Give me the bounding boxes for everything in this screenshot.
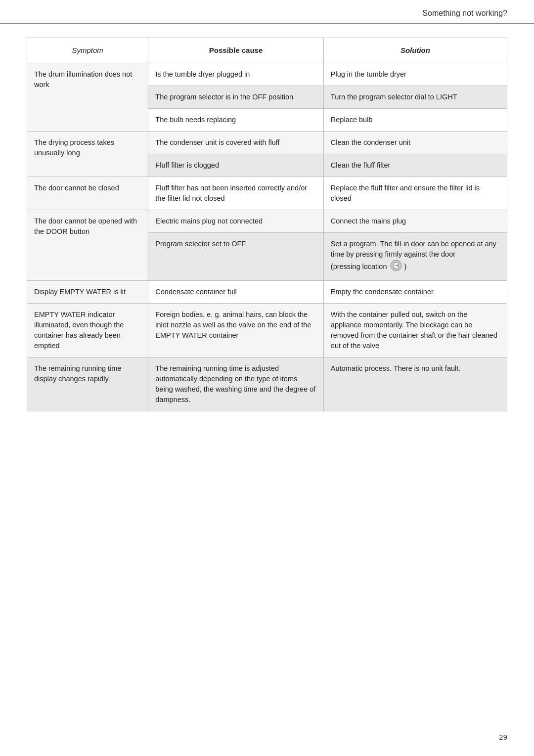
table-row: Display EMPTY WATER is lit Condensate co…: [27, 280, 507, 303]
cause-cell: Fluff filter has not been inserted corre…: [148, 177, 324, 210]
symptom-cell: The drying process takes unusually long: [27, 131, 148, 177]
cause-cell: Fluff filter is clogged: [148, 154, 324, 177]
cause-cell: The bulb needs replacing: [148, 108, 324, 131]
symptom-cell: Display EMPTY WATER is lit: [27, 280, 148, 303]
svg-point-1: [396, 265, 398, 267]
solution-cell: Replace bulb: [323, 108, 507, 131]
solution-cell: Replace the fluff filter and ensure the …: [323, 177, 507, 210]
solution-cell: Turn the program selector dial to LIGHT: [323, 86, 507, 108]
symptom-cell: The door cannot be opened with the DOOR …: [27, 210, 148, 280]
page-container: Symptom Possible cause Solution The drum…: [0, 33, 534, 431]
cause-cell: The remaining running time is adjusted a…: [148, 357, 324, 411]
symptom-cell: The remaining running time display chang…: [27, 357, 148, 411]
table-row: The door cannot be opened with the DOOR …: [27, 210, 507, 232]
door-icon: [390, 260, 402, 274]
symptom-cell: EMPTY WATER indicator illuminated, even …: [27, 303, 148, 357]
solution-cell: Empty the condensate container: [323, 280, 507, 303]
cause-cell: Condensate container full: [148, 280, 324, 303]
cause-cell: The program selector is in the OFF posit…: [148, 86, 324, 108]
solution-cell: Connect the mains plug: [323, 210, 507, 232]
page-number: 29: [499, 733, 507, 741]
table-header-row: Symptom Possible cause Solution: [27, 38, 507, 63]
col-symptom: Symptom: [27, 38, 148, 63]
table-row: The drying process takes unusually long …: [27, 131, 507, 154]
cause-cell: The condenser unit is covered with fluff: [148, 131, 324, 154]
cause-cell: Is the tumble dryer plugged in: [148, 63, 324, 86]
cause-cell: Foreign bodies, e. g. animal hairs, can …: [148, 303, 324, 357]
symptom-cell: The drum illumination does not work: [27, 63, 148, 131]
solution-cell: Set a program. The fill-in door can be o…: [323, 232, 507, 280]
solution-cell: With the container pulled out, switch on…: [323, 303, 507, 357]
solution-cell: Clean the condenser unit: [323, 131, 507, 154]
table-row: The drum illumination does not work Is t…: [27, 63, 507, 86]
troubleshooting-table: Symptom Possible cause Solution The drum…: [27, 38, 507, 411]
table-row: The door cannot be closed Fluff filter h…: [27, 177, 507, 210]
solution-cell: Plug in the tumble dryer: [323, 63, 507, 86]
door-location-icon: [390, 260, 402, 271]
table-row: EMPTY WATER indicator illuminated, even …: [27, 303, 507, 357]
solution-cell: Automatic process. There is no unit faul…: [323, 357, 507, 411]
cause-cell: Electric mains plug not connected: [148, 210, 324, 232]
solution-cell: Clean the fluff filter: [323, 154, 507, 177]
col-solution: Solution: [323, 38, 507, 63]
symptom-cell: The door cannot be closed: [27, 177, 148, 210]
table-row: The remaining running time display chang…: [27, 357, 507, 411]
page-header: Something not working?: [0, 0, 534, 24]
header-title: Something not working?: [422, 9, 507, 17]
cause-cell: Program selector set to OFF: [148, 232, 324, 280]
col-cause: Possible cause: [148, 38, 324, 63]
